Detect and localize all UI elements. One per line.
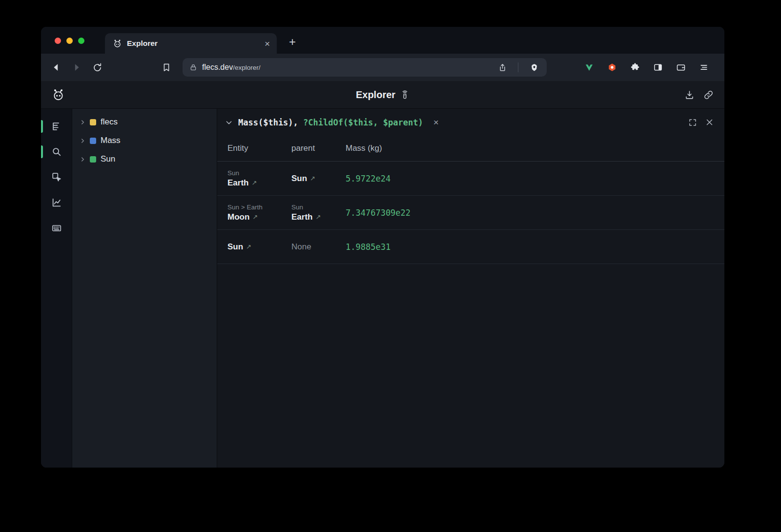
table-row: Sun↗ None 1.9885e31 — [217, 230, 724, 264]
share-icon[interactable] — [495, 61, 509, 74]
open-link-icon: ↗ — [251, 179, 257, 186]
tab-explorer[interactable]: Explorer × — [105, 33, 277, 54]
browser-toolbar: flecs.dev/explorer/ — [41, 54, 724, 81]
tree-item-label: Mass — [101, 136, 121, 145]
flecs-favicon-icon — [113, 39, 122, 48]
url-domain: flecs.dev — [202, 63, 233, 71]
entity-name: Earth — [227, 178, 248, 188]
new-tab-button[interactable]: + — [286, 35, 299, 49]
table-row: Sun > Earth Moon↗ Sun Earth↗ 7.34767309e… — [217, 196, 724, 230]
url-text: flecs.dev/explorer/ — [202, 63, 260, 72]
screenshot-stage: Explorer × + — [0, 0, 781, 532]
entity-path: Sun — [227, 169, 288, 177]
hexagon-extension-icon[interactable] — [604, 59, 620, 76]
fullscreen-icon[interactable] — [688, 118, 697, 127]
reload-button[interactable] — [89, 59, 105, 76]
chevron-right-icon[interactable] — [80, 157, 85, 162]
download-button[interactable] — [684, 90, 695, 100]
entity-link[interactable]: Earth↗ — [291, 212, 343, 222]
tab-strip: Explorer × + — [41, 27, 724, 54]
forward-button[interactable] — [68, 59, 85, 76]
sidebar-toggle-icon[interactable] — [650, 59, 666, 76]
query-text-plain: Mass($this), — [238, 118, 303, 127]
rail-inspect-button[interactable] — [41, 164, 72, 190]
close-window-button[interactable] — [55, 38, 61, 44]
query-header: Mass($this), ?ChildOf($this, $parent) × — [217, 109, 724, 136]
table-row: Sun Earth↗ Sun↗ 5.9722e24 — [217, 162, 724, 196]
query-text-highlight: ?ChildOf($this, $parent) — [303, 118, 423, 127]
entity-tree-icon — [51, 121, 62, 132]
result-table-header: Entity parent Mass (kg) — [217, 136, 724, 162]
entity-cell: Sun > Earth Moon↗ — [227, 199, 291, 227]
inspect-cursor-icon — [51, 172, 62, 183]
brave-shield-icon[interactable] — [527, 61, 541, 74]
query-input[interactable]: Mass($this), ?ChildOf($this, $parent) — [238, 118, 423, 127]
search-icon — [51, 146, 62, 157]
entity-name: Sun — [227, 242, 243, 252]
query-clear-icon[interactable]: × — [433, 118, 439, 127]
query-panel: Mass($this), ?ChildOf($this, $parent) × — [217, 109, 724, 468]
tree-item-label: Sun — [101, 154, 115, 164]
browser-window: Explorer × + — [41, 27, 724, 468]
app-header: Explorer — [41, 81, 724, 109]
module-color-swatch — [90, 119, 96, 125]
entity-link[interactable]: Sun↗ — [291, 174, 343, 184]
active-indicator — [41, 145, 43, 158]
entity-link[interactable]: Moon↗ — [227, 212, 288, 222]
mass-cell: 5.9722e24 — [346, 169, 724, 188]
column-header-entity: Entity — [227, 143, 291, 153]
close-panel-icon[interactable] — [705, 118, 714, 126]
page-title: Explorer — [356, 89, 395, 101]
mass-cell: 1.9885e31 — [346, 237, 724, 257]
mass-value: 1.9885e31 — [346, 242, 721, 252]
chevron-right-icon[interactable] — [80, 138, 85, 143]
extensions-puzzle-icon[interactable] — [627, 59, 643, 76]
flecs-logo-icon — [52, 88, 65, 102]
component-color-swatch — [90, 138, 96, 144]
tab-title: Explorer — [127, 39, 260, 48]
rail-stats-button[interactable] — [41, 190, 72, 215]
url-path: /explorer/ — [233, 64, 260, 71]
lock-icon — [189, 63, 197, 71]
entity-path: Sun > Earth — [227, 204, 288, 211]
entity-cell: Sun↗ — [227, 237, 291, 257]
open-link-icon: ↗ — [252, 213, 258, 221]
rail-query-button[interactable] — [41, 139, 72, 164]
bookmark-icon[interactable] — [158, 59, 175, 76]
zoom-window-button[interactable] — [78, 38, 84, 44]
open-link-icon: ↗ — [246, 243, 251, 250]
rail-entity-tree-button[interactable] — [41, 114, 72, 139]
share-link-button[interactable] — [703, 90, 714, 100]
vue-devtools-icon[interactable] — [581, 59, 597, 76]
extension-icons — [581, 59, 712, 76]
parent-cell: Sun↗ — [291, 169, 346, 188]
parent-name: Earth — [291, 212, 312, 222]
keyboard-icon — [51, 223, 62, 233]
entity-link[interactable]: Sun↗ — [227, 242, 288, 252]
icon-rail — [41, 109, 72, 468]
tree-item-sun[interactable]: Sun — [72, 150, 217, 168]
entity-color-swatch — [90, 156, 96, 163]
column-header-mass: Mass (kg) — [346, 143, 724, 153]
remote-icon — [400, 90, 410, 100]
chevron-down-icon[interactable] — [225, 119, 233, 126]
mass-value: 5.9722e24 — [346, 174, 721, 184]
back-button[interactable] — [48, 59, 64, 76]
menu-icon[interactable] — [696, 59, 712, 76]
entity-link[interactable]: Earth↗ — [227, 178, 288, 188]
url-bar[interactable]: flecs.dev/explorer/ — [183, 58, 547, 77]
entity-name: Moon — [227, 212, 249, 222]
minimize-window-button[interactable] — [66, 38, 73, 44]
tree-item-mass[interactable]: Mass — [72, 131, 217, 150]
chevron-right-icon[interactable] — [80, 120, 85, 125]
tree-item-flecs[interactable]: flecs — [72, 113, 217, 131]
wallet-icon[interactable] — [673, 59, 689, 76]
rail-commands-button[interactable] — [41, 215, 72, 241]
active-indicator — [41, 120, 43, 133]
open-link-icon: ↗ — [315, 213, 321, 221]
parent-name: Sun — [291, 174, 307, 184]
mass-value: 7.34767309e22 — [346, 208, 721, 218]
tab-close-icon[interactable]: × — [265, 39, 270, 48]
parent-path: Sun — [291, 204, 343, 211]
open-link-icon: ↗ — [310, 175, 315, 182]
